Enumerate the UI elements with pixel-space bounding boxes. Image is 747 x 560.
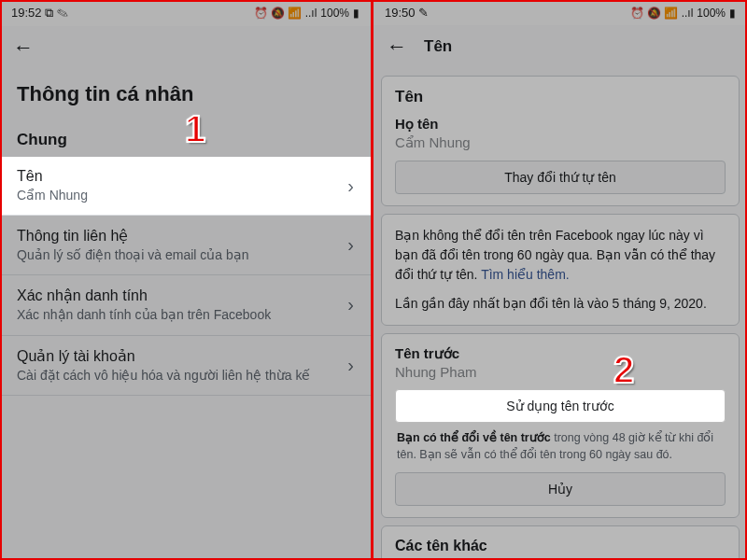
chevron-right-icon: › <box>347 234 354 256</box>
status-icons: ⏰ 🔕 📶 ..ıl 100% ▮ <box>630 7 736 20</box>
prevname-value: Nhung Pham <box>395 364 726 380</box>
row-sub: Cẩm Nhung <box>17 187 347 203</box>
status-icons: ⏰ 🔕 📶 ..ıl 100% ▮ <box>254 7 359 20</box>
back-icon[interactable]: ← <box>387 35 407 59</box>
chevron-right-icon: › <box>347 294 354 315</box>
chevron-right-icon: › <box>347 355 354 376</box>
header-title: Tên <box>424 37 452 56</box>
chevron-right-icon: › <box>347 175 354 197</box>
row-sub: Cài đặt cách vô hiệu hóa và người liên h… <box>17 367 347 384</box>
back-icon[interactable]: ← <box>13 35 34 60</box>
annotation-2: 2 <box>613 349 634 391</box>
status-bar: 19:50 ✎ ⏰ 🔕 📶 ..ıl 100% ▮ <box>374 0 747 25</box>
row-title: Thông tin liên hệ <box>17 227 347 245</box>
fullname-value: Cẩm Nhung <box>395 134 726 151</box>
row-sub: Xác nhận danh tính của bạn trên Facebook <box>17 306 347 323</box>
other-names-section[interactable]: Các tên khác <box>381 525 740 560</box>
row-name[interactable]: Tên Cẩm Nhung › <box>0 157 371 216</box>
row-title: Quản lý tài khoản <box>17 347 347 365</box>
prevname-label: Tên trước <box>395 345 726 362</box>
use-previous-name-button[interactable]: Sử dụng tên trước <box>395 389 726 423</box>
header: ← <box>0 26 371 69</box>
name-card: Tên Họ tên Cẩm Nhung Thay đổi thứ tự tên <box>381 76 740 206</box>
status-bar: 19:52 ⧉ ✎ ⏰ 🔕 📶 ..ıl 100% ▮ <box>0 0 371 26</box>
reorder-name-button[interactable]: Thay đổi thứ tự tên <box>395 161 726 194</box>
card-title: Tên <box>395 88 726 106</box>
status-time: 19:52 ⧉ ✎ <box>11 6 68 21</box>
info-box: Bạn không thể đổi tên trên Facebook ngay… <box>381 214 740 326</box>
row-title: Tên <box>17 168 347 185</box>
previous-name-card: Tên trước Nhung Pham Sử dụng tên trước B… <box>381 333 740 518</box>
row-sub: Quản lý số điện thoại và email của bạn <box>17 246 347 263</box>
fullname-label: Họ tên <box>395 116 726 133</box>
header: ← Tên <box>374 25 747 68</box>
learn-more-link[interactable]: Tìm hiểu thêm. <box>481 267 570 282</box>
footnote: Bạn có thể đổi về tên trước trong vòng 4… <box>395 423 726 463</box>
cancel-button[interactable]: Hủy <box>395 472 726 506</box>
name-settings-screen: 19:50 ✎ ⏰ 🔕 📶 ..ıl 100% ▮ ← Tên Tên Họ t… <box>374 0 747 560</box>
personal-info-screen: 19:52 ⧉ ✎ ⏰ 🔕 📶 ..ıl 100% ▮ ← Thông tin … <box>0 0 374 560</box>
row-account[interactable]: Quản lý tài khoản Cài đặt cách vô hiệu h… <box>0 336 371 396</box>
annotation-1: 1 <box>185 108 205 150</box>
row-contact[interactable]: Thông tin liên hệ Quản lý số điện thoại … <box>0 216 371 275</box>
row-title: Xác nhận danh tính <box>17 287 347 304</box>
row-identity[interactable]: Xác nhận danh tính Xác nhận danh tính củ… <box>0 275 371 335</box>
status-time: 19:50 ✎ <box>385 6 429 20</box>
